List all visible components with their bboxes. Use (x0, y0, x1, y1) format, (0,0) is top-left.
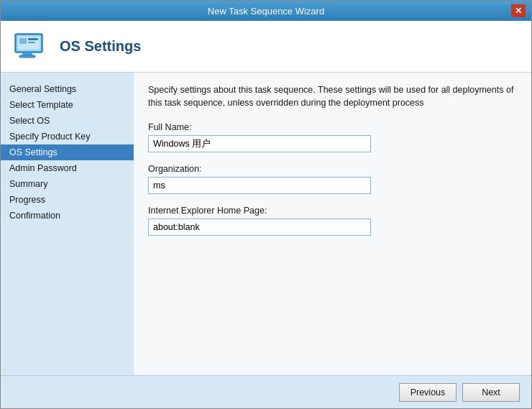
full-name-group: Full Name: (148, 122, 517, 152)
sidebar-item-confirmation[interactable]: Confirmation (1, 208, 134, 224)
sidebar-item-select-os[interactable]: Select OS (1, 113, 134, 129)
full-name-label: Full Name: (148, 122, 517, 132)
svg-rect-7 (28, 42, 35, 43)
previous-button[interactable]: Previous (399, 383, 457, 402)
sidebar-item-os-settings[interactable]: OS Settings (1, 144, 134, 160)
svg-rect-3 (19, 55, 35, 58)
ie-homepage-label: Internet Explorer Home Page: (148, 206, 517, 216)
organization-input[interactable] (148, 177, 371, 194)
sidebar-item-summary[interactable]: Summary (1, 176, 134, 192)
window-title: New Task Sequence Wizard (21, 6, 511, 17)
sidebar-item-admin-password[interactable]: Admin Password (1, 160, 134, 176)
svg-rect-2 (22, 52, 32, 55)
svg-rect-6 (28, 38, 38, 40)
full-name-input[interactable] (148, 135, 371, 152)
sidebar: General SettingsSelect TemplateSelect OS… (1, 73, 134, 375)
description-text: Specify settings about this task sequenc… (148, 84, 517, 109)
ie-homepage-input[interactable] (148, 219, 371, 236)
svg-rect-5 (19, 38, 27, 44)
page-title: OS Settings (60, 38, 141, 55)
header-section: OS Settings (1, 21, 531, 73)
os-settings-icon (12, 28, 50, 65)
close-button[interactable]: ✕ (511, 4, 526, 17)
organization-group: Organization: (148, 164, 517, 194)
next-button[interactable]: Next (462, 383, 520, 402)
sidebar-item-select-template[interactable]: Select Template (1, 97, 134, 113)
ie-homepage-group: Internet Explorer Home Page: (148, 206, 517, 236)
sidebar-item-progress[interactable]: Progress (1, 192, 134, 208)
sidebar-item-specify-product-key[interactable]: Specify Product Key (1, 129, 134, 144)
sidebar-item-general-settings[interactable]: General Settings (1, 81, 134, 97)
main-content: Specify settings about this task sequenc… (134, 73, 531, 375)
content-area: General SettingsSelect TemplateSelect OS… (1, 73, 531, 375)
wizard-window: New Task Sequence Wizard ✕ OS Settings G… (0, 0, 532, 409)
organization-label: Organization: (148, 164, 517, 174)
footer-section: Previous Next (1, 375, 531, 408)
title-bar: New Task Sequence Wizard ✕ (1, 1, 531, 21)
